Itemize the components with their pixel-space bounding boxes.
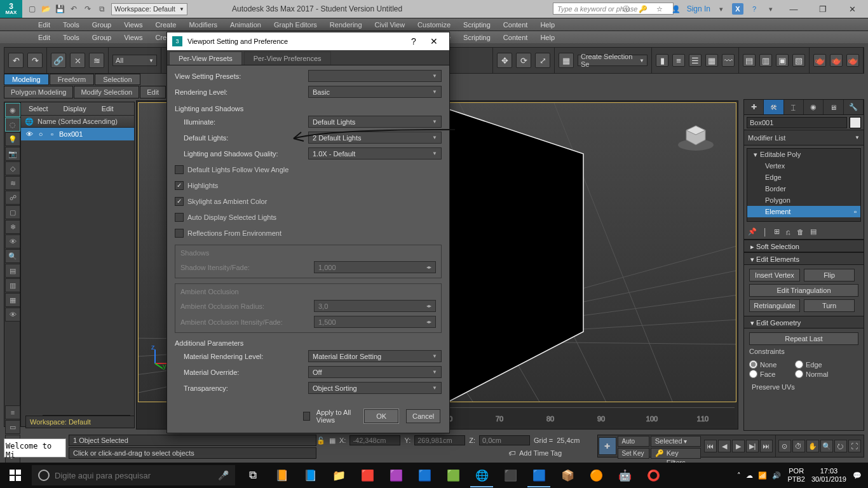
menu-rendering[interactable]: Rendering [323, 18, 369, 31]
z-field[interactable]: 0,0cm [479, 435, 530, 445]
tray-onedrive-icon[interactable]: ☁ [746, 471, 753, 480]
teapot2-icon[interactable]: 🫖 [830, 54, 843, 67]
highlights-checkbox[interactable]: Highlights [175, 179, 442, 192]
viewcube-icon[interactable] [674, 108, 718, 152]
infocenter-icon[interactable]: ⓘ [621, 3, 632, 15]
mat-editor-icon[interactable]: ▤ [743, 54, 756, 67]
expand-icon[interactable]: ▾ [754, 149, 757, 160]
selected-combo[interactable]: Selected ▾ [651, 436, 701, 447]
filter-camera-icon[interactable]: 📷 [5, 147, 20, 161]
filter-none-icon[interactable]: ▭ [5, 420, 20, 434]
project-icon[interactable]: ⧉ [96, 3, 107, 15]
star-icon[interactable]: ☆ [654, 3, 665, 15]
window-minimize-button[interactable]: — [782, 3, 806, 15]
teapot1-icon[interactable]: 🫖 [813, 54, 826, 67]
default-lights-combo[interactable]: 2 Default Lights▼ [308, 132, 442, 144]
tab-hierarchy[interactable]: ⌶ [784, 100, 804, 114]
constraint-none[interactable]: None [749, 360, 791, 369]
filter-hidden-icon[interactable]: 👁 [5, 234, 20, 248]
object-color-swatch[interactable] [850, 117, 861, 128]
filter-more-2-icon[interactable]: ▥ [5, 278, 20, 292]
lighting-quality-combo[interactable]: 1.0X - Default▼ [308, 147, 442, 159]
filter-frozen-icon[interactable]: ❄ [5, 220, 20, 234]
tray-network-icon[interactable]: 📶 [758, 471, 767, 480]
chevron-down-icon[interactable]: ▾ [765, 3, 776, 15]
object-name-field[interactable] [747, 117, 847, 128]
filter-helper-icon[interactable]: ◇ [5, 161, 20, 175]
tray-chevron-icon[interactable]: ˄ [737, 471, 741, 480]
notifications-icon[interactable]: 💬 [853, 471, 862, 480]
preserve-uvs-checkbox[interactable]: Preserve UVs [749, 383, 858, 391]
help-icon[interactable]: ? [749, 3, 760, 15]
show-end-result-icon[interactable]: │ [763, 228, 768, 236]
subobj-polygon[interactable]: Polygon [747, 194, 860, 206]
grid-toggle-icon[interactable]: ▦ [329, 437, 336, 445]
constraint-edge[interactable]: Edge [795, 360, 837, 369]
column-header[interactable]: 🌐 Name (Sorted Ascending) [21, 115, 134, 128]
modifier-list-combo[interactable]: Modifier List▼ [744, 130, 864, 146]
rollout-soft-selection[interactable]: ▸ Soft Selection [744, 240, 864, 252]
teapot3-icon[interactable]: 🫖 [846, 54, 859, 67]
keys-icon[interactable]: 🔑 [637, 3, 649, 15]
tab-utilities[interactable]: 🔧 [844, 100, 864, 114]
app-box-icon[interactable]: 📦 [553, 463, 581, 487]
menu-customize[interactable]: Customize [411, 18, 457, 31]
snap-icon[interactable]: ▦ [559, 53, 574, 68]
lock-icon[interactable]: 🔓 [316, 437, 325, 445]
language-indicator[interactable]: PORPTB2 [787, 467, 805, 484]
taskbar-search[interactable]: 🎤 [32, 465, 235, 485]
explorer-menu-edit[interactable]: Edit [94, 105, 121, 112]
subtab-modify-selection[interactable]: Modify Selection [74, 86, 139, 98]
tab-motion[interactable]: ◉ [804, 100, 824, 114]
y-field[interactable]: 269,981cm [414, 435, 465, 445]
link-icon[interactable]: 🔗 [51, 53, 66, 68]
reflections-env-checkbox[interactable]: Reflections From Environment [175, 226, 442, 240]
rendering-level-combo[interactable]: Basic▼ [308, 86, 442, 98]
menu-create[interactable]: Create [149, 18, 182, 31]
nav-zoom-icon[interactable]: 🔍 [820, 440, 833, 452]
menu-modifiers[interactable]: Modifiers [182, 18, 224, 31]
window-close-button[interactable]: ✕ [840, 3, 864, 15]
menu-edit[interactable]: Edit [32, 18, 57, 31]
filter-more-1-icon[interactable]: ▤ [5, 264, 20, 278]
open-icon[interactable]: 📂 [40, 3, 51, 15]
filter-all-icon[interactable]: ≡ [5, 405, 20, 419]
explorer-menu-select[interactable]: Select [21, 105, 56, 112]
exchange-icon[interactable]: X [732, 3, 743, 15]
menu-scripting[interactable]: Scripting [457, 18, 497, 31]
mirror-icon[interactable]: ▮ [656, 54, 668, 67]
auto-display-lights-checkbox[interactable]: Auto Display Selected Lights [175, 210, 442, 224]
nav-max-icon[interactable]: ⛶ [848, 440, 861, 452]
menu-content[interactable]: Content [497, 31, 534, 44]
subobj-vertex[interactable]: Vertex [747, 160, 860, 172]
rotate-icon[interactable]: ⟳ [516, 53, 531, 68]
filter-bone-icon[interactable]: ☍ [5, 191, 20, 205]
timeline-ruler[interactable]: 60 70 80 90 100 110 [429, 407, 735, 426]
filter-eye-icon[interactable]: 👁 [5, 308, 20, 322]
render-frame-icon[interactable]: ▧ [792, 54, 805, 67]
menu-help[interactable]: Help [534, 18, 561, 31]
menu-content[interactable]: Content [497, 18, 534, 31]
set-key-button[interactable]: Set Key [618, 448, 649, 459]
app-flash-icon[interactable]: 🟥 [353, 463, 381, 487]
filter-geometry-icon[interactable]: ◉ [5, 103, 20, 117]
cancel-button[interactable]: Cancel [406, 409, 440, 423]
goto-end-icon[interactable]: ⏭ [760, 440, 773, 452]
isolate-icon[interactable]: ⊙ [778, 440, 791, 452]
explorer-menu-display[interactable]: Display [56, 105, 94, 112]
user-icon[interactable]: 👤 [670, 3, 682, 15]
app-circle-icon[interactable]: ⭕ [639, 463, 667, 487]
pin-icon[interactable]: 📌 [748, 227, 757, 236]
tab-modify[interactable]: 🛠 [764, 100, 783, 114]
app-powerpoint-icon[interactable]: 📙 [268, 463, 295, 487]
layers-icon[interactable]: ☰ [689, 54, 702, 67]
curve-editor-icon[interactable]: 〰 [722, 54, 735, 67]
tab-freeform[interactable]: Freeform [50, 74, 95, 85]
dialog-help-button[interactable]: ? [403, 33, 424, 50]
render-setup-icon[interactable]: ▣ [776, 54, 789, 67]
constraint-face[interactable]: Face [749, 370, 791, 378]
taskbar-clock[interactable]: 17:0330/01/2019 [811, 467, 846, 484]
follow-view-angle-checkbox[interactable]: Default Lights Follow View Angle [175, 163, 442, 176]
app-unreal-icon[interactable]: ⬛ [496, 463, 524, 487]
workspace-footer[interactable]: Workspace: Default [25, 416, 135, 428]
